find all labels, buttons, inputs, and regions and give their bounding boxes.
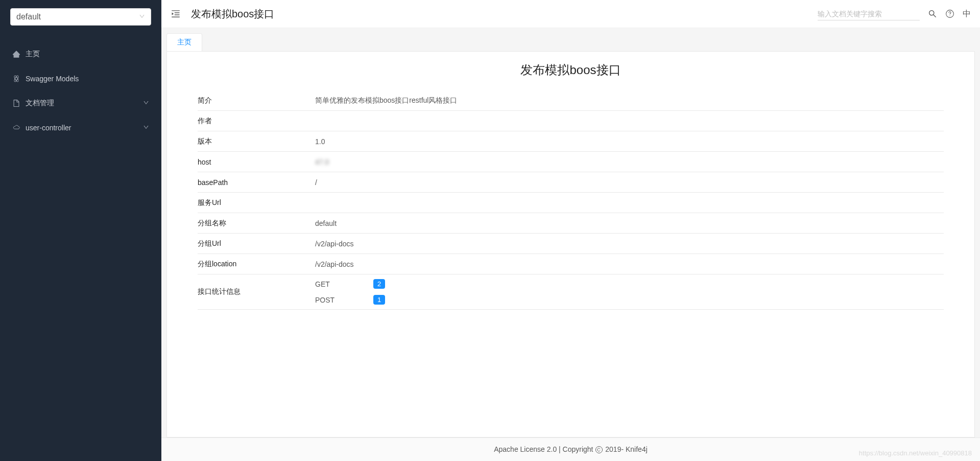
main-area: 发布模拟boos接口 中 主页 发布模拟boos接口 简介 简单优雅的发布模拟b… [161,0,980,461]
row-value [315,117,944,126]
sidebar-item-home[interactable]: 主页 [0,42,161,66]
sidebar-item-label: 主页 [26,50,40,59]
row-label: 版本 [198,132,315,151]
tab-label: 主页 [177,38,192,46]
models-icon [12,75,20,83]
search-icon[interactable] [928,9,937,18]
row-value [315,198,944,208]
tab-bar: 主页 [161,28,980,51]
table-row: 服务Url [198,193,944,213]
row-label: 简介 [198,91,315,110]
row-label: 分组location [198,255,315,273]
table-row: 分组location /v2/api-docs [198,254,944,274]
method-label: GET [315,280,338,288]
stat-item: GET 2 [315,279,944,289]
table-row: host 47.0 [198,152,944,172]
table-row: 版本 1.0 [198,131,944,152]
table-row: basePath / [198,172,944,193]
chevron-down-icon [143,100,149,107]
search-input[interactable] [818,8,920,20]
sidebar-item-user-controller[interactable]: user-controller [0,116,161,140]
language-switch[interactable]: 中 [963,9,971,19]
group-select-value: default [16,12,41,21]
docs-icon [12,99,20,107]
count-badge: 1 [373,295,385,305]
count-badge: 2 [373,279,385,289]
table-row: 作者 [198,111,944,131]
footer-text: Apache License 2.0 | Copyright [494,445,595,453]
row-value: / [315,174,944,191]
info-table: 简介 简单优雅的发布模拟boos接口restful风格接口 作者 版本 1.0 … [198,90,944,310]
header: 发布模拟boos接口 中 [161,0,980,28]
home-icon [12,50,20,58]
chevron-down-icon [143,124,149,132]
cloud-icon [12,124,20,132]
chevron-down-icon [139,13,145,21]
row-label: 分组Url [198,235,315,253]
stat-item: POST 1 [315,295,944,305]
table-row: 分组名称 default [198,213,944,234]
footer: Apache License 2.0 | Copyright 2019- Kni… [161,437,980,461]
row-label: host [198,153,315,171]
footer-link[interactable]: Knife4j [626,445,648,453]
row-value: 1.0 [315,133,944,150]
collapse-sidebar-icon[interactable] [171,9,181,19]
row-value: GET 2 POST 1 [315,274,944,309]
method-label: POST [315,296,338,304]
row-label: 作者 [198,112,315,130]
row-value: /v2/api-docs [315,235,944,252]
content-title: 发布模拟boos接口 [167,62,974,78]
sidebar-menu: 主页 Swagger Models 文档管理 [0,34,161,140]
group-select[interactable]: default [10,8,151,26]
page-title: 发布模拟boos接口 [191,7,274,21]
sidebar-select-wrapper: default [0,0,161,34]
row-label: 接口统计信息 [198,283,315,301]
tab-home[interactable]: 主页 [166,33,202,51]
sidebar-item-label: user-controller [26,124,71,132]
svg-point-5 [596,446,603,453]
row-label: 分组名称 [198,214,315,233]
row-value: 47.0 [315,153,944,171]
copyright-icon [595,446,603,454]
table-row-stats: 接口统计信息 GET 2 POST 1 [198,274,944,310]
sidebar-item-swagger-models[interactable]: Swagger Models [0,66,161,91]
row-label: 服务Url [198,194,315,212]
table-row: 分组Url /v2/api-docs [198,234,944,254]
row-value: 简单优雅的发布模拟boos接口restful风格接口 [315,91,944,110]
row-label: basePath [198,174,315,191]
sidebar-item-label: 文档管理 [26,99,54,108]
sidebar: default 主页 Swagger Models [0,0,161,461]
help-icon[interactable] [945,9,954,18]
sidebar-item-label: Swagger Models [26,75,79,83]
row-value: /v2/api-docs [315,256,944,273]
sidebar-item-doc-management[interactable]: 文档管理 [0,91,161,116]
watermark: https://blog.csdn.net/weixin_40990818 [859,449,972,457]
row-value: default [315,215,944,232]
content: 发布模拟boos接口 简介 简单优雅的发布模拟boos接口restful风格接口… [166,51,975,437]
table-row: 简介 简单优雅的发布模拟boos接口restful风格接口 [198,90,944,111]
footer-year: 2019- [605,445,624,453]
